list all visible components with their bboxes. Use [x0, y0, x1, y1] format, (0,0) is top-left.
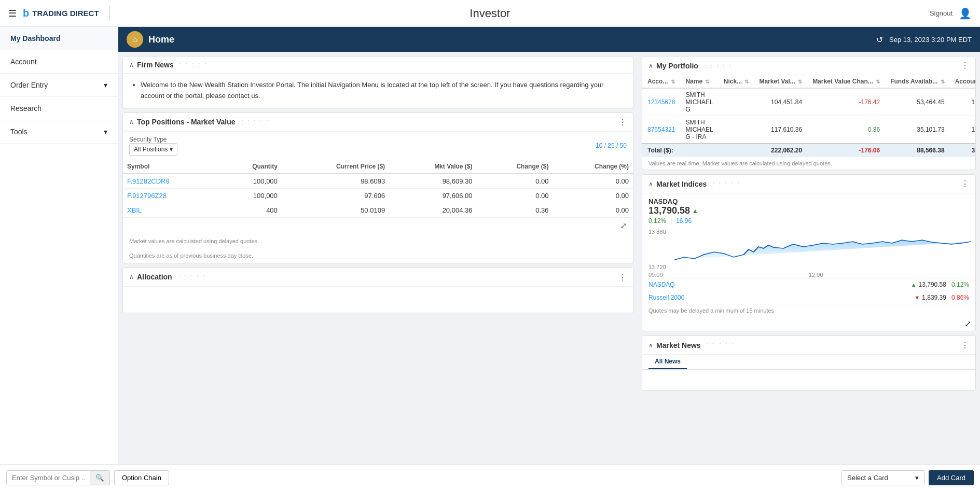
cell-nickname — [719, 88, 754, 116]
pagination-text[interactable]: 10 / 25 / 50 — [596, 142, 627, 149]
sidebar-item-dashboard[interactable]: My Dashboard — [0, 27, 118, 50]
indices-expand-icon[interactable]: ⤢ — [964, 319, 971, 328]
cell-change-pct: 0.00 — [553, 203, 633, 217]
index-value: 13,790.58 — [919, 281, 946, 288]
index-value: 1,839.39 — [922, 294, 946, 301]
indices-more-button[interactable]: ⋮ — [961, 179, 969, 189]
top-positions-header: ∧ Top Positions - Market Value ⋮⋮⋮⋮⋮ ⋮ — [123, 113, 633, 132]
top-positions-tbody: F.91282CDR9 100,000 98.6093 98,609.30 0.… — [123, 174, 633, 218]
col-mkt-value: Mkt Value ($) — [389, 160, 476, 174]
refresh-icon[interactable]: ↺ — [876, 35, 883, 45]
header-right: Signout 👤 — [930, 7, 972, 20]
cell-account[interactable]: 12345678 — [642, 88, 680, 116]
option-chain-button[interactable]: Option Chain — [114, 470, 169, 485]
home-icon-circle: ⌂ — [127, 31, 143, 48]
cell-symbol[interactable]: F.91282CDR9 — [123, 174, 218, 189]
index-row: NASDAQ ▲ 13,790.58 0.12% — [642, 278, 975, 291]
nasdaq-name: NASDAQ — [648, 198, 969, 205]
pcol-account: Acco... ⇅ — [642, 75, 680, 88]
allocation-title: Allocation — [137, 273, 172, 281]
right-column: ∧ My Portfolio ⋮⋮⋮⋮⋮ ⋮ Acco... ⇅ — [638, 52, 980, 491]
cell-quantity: 100,000 — [218, 174, 282, 189]
bottom-bar: 🔍 Option Chain Select a Card ▾ Add Card — [0, 464, 980, 491]
cell-mkt-value: 97,606.00 — [389, 188, 476, 203]
pagination-links[interactable]: 10 / 25 / 50 — [596, 142, 627, 149]
news-collapse-icon[interactable]: ∧ — [648, 342, 653, 349]
search-button[interactable]: 🔍 — [90, 471, 109, 485]
add-card-button[interactable]: Add Card — [929, 470, 974, 485]
index-row: Russell 2000 ▼ 1,839.39 0.86% — [642, 291, 975, 304]
portfolio-table-wrap: Acco... ⇅ Name ⇅ Nick... ⇅ Market Val...… — [642, 75, 975, 157]
menu-icon[interactable]: ☰ — [8, 8, 17, 19]
cell-change-dollar: 0.36 — [476, 203, 553, 217]
top-header: ☰ b TRADING DIRECT Investor Signout 👤 — [0, 0, 980, 27]
nasdaq-change-pct: 0.12% — [648, 217, 666, 225]
expand-icon[interactable]: ⤢ — [620, 221, 627, 230]
signout-button[interactable]: Signout — [930, 9, 953, 17]
main-content: ⌂ Home ↺ Sep 13, 2023 3:20 PM EDT ∧ Firm… — [118, 27, 980, 491]
sidebar-item-account[interactable]: Account — [0, 50, 118, 74]
cell-account[interactable]: 87654321 — [642, 116, 680, 144]
top-positions-table: Symbol Quantity Current Price ($) Mkt Va… — [123, 160, 633, 218]
table-row: F.91282CDR9 100,000 98.6093 98,609.30 0.… — [123, 174, 633, 189]
news-more-button[interactable]: ⋮ — [961, 340, 969, 350]
sidebar-item-research[interactable]: Research — [0, 97, 118, 120]
index-arrow-icon: ▲ — [911, 282, 917, 288]
pcol-name: Name ⇅ — [680, 75, 718, 88]
market-news-card: ∧ Market News ⋮⋮⋮⋮⋮ ⋮ All News — [642, 335, 976, 391]
market-indices-header: ∧ Market Indices ⋮⋮⋮⋮⋮ ⋮ — [642, 175, 975, 193]
index-name[interactable]: NASDAQ — [648, 281, 911, 288]
market-news-tabs: All News — [642, 355, 975, 370]
portfolio-more-button[interactable]: ⋮ — [961, 61, 969, 71]
top-positions-collapse-icon[interactable]: ∧ — [129, 118, 134, 125]
nasdaq-change-pts: 16.96 — [676, 217, 692, 225]
cell-symbol[interactable]: XBIL — [123, 203, 218, 217]
cell-mkt-val: 117,610.36 — [754, 116, 807, 144]
top-positions-table-wrap: Symbol Quantity Current Price ($) Mkt Va… — [123, 160, 633, 218]
indices-collapse-icon[interactable]: ∧ — [648, 180, 653, 188]
sidebar-item-order-entry[interactable]: Order Entry ▾ — [0, 74, 118, 97]
firm-news-drag-handle: ⋮⋮⋮⋮⋮ — [178, 62, 209, 68]
user-icon[interactable]: 👤 — [959, 7, 972, 20]
index-change: 0.86% — [951, 294, 969, 301]
indices-expand: ⤢ — [642, 317, 975, 331]
cell-change-pct: 0.00 — [553, 188, 633, 203]
select-card-dropdown[interactable]: Select a Card ▾ — [841, 470, 924, 485]
x-label-start: 09:00 — [648, 272, 663, 278]
cell-mkt-value: 98,609.30 — [389, 174, 476, 189]
nasdaq-change: 0.12% | 16.96 — [648, 217, 969, 225]
portfolio-thead-row: Acco... ⇅ Name ⇅ Nick... ⇅ Market Val...… — [642, 75, 975, 88]
cell-quantity: 400 — [218, 203, 282, 217]
index-name[interactable]: Russell 2000 — [648, 294, 914, 301]
portfolio-note: Values are real-time. Market values are … — [642, 157, 975, 170]
select-card-arrow-icon: ▾ — [915, 474, 919, 482]
left-column: ∧ Firm News ⋮⋮⋮⋮⋮ Welcome to the New Wea… — [118, 52, 638, 491]
top-positions-more-button[interactable]: ⋮ — [618, 117, 627, 127]
firm-news-collapse-icon[interactable]: ∧ — [129, 61, 134, 68]
col-current-price: Current Price ($) — [282, 160, 389, 174]
indices-note: Quotes may be delayed a minimum of 15 mi… — [642, 304, 975, 317]
sidebar-item-tools[interactable]: Tools ▾ — [0, 120, 118, 144]
sidebar-label-dashboard: My Dashboard — [10, 34, 60, 43]
cell-nickname — [719, 116, 754, 144]
x-label-mid: 12:00 — [809, 272, 823, 278]
firm-news-content: Welcome to the New Wealth Station Invest… — [141, 80, 625, 102]
tab-all-news[interactable]: All News — [648, 355, 687, 369]
portfolio-collapse-icon[interactable]: ∧ — [648, 62, 653, 69]
chart-row: 13 880 13 720 — [642, 229, 975, 272]
pcol-market-val: Market Val... ⇅ — [754, 75, 807, 88]
cell-symbol[interactable]: F.912796Z28 — [123, 188, 218, 203]
top-positions-drag-handle: ⋮⋮⋮⋮⋮ — [240, 119, 271, 125]
total-mkt-change: -176.06 — [807, 144, 885, 157]
col-symbol: Symbol — [123, 160, 218, 174]
search-input[interactable] — [7, 471, 90, 485]
allocation-more-button[interactable]: ⋮ — [618, 272, 627, 282]
portfolio-tbody: 12345678 SMITH MICHAEL G 104,451.84 -176… — [642, 88, 975, 144]
all-positions-select[interactable]: All Positions ▾ — [129, 143, 177, 156]
logo-text: TRADING DIRECT — [32, 9, 99, 18]
table-row: 12345678 SMITH MICHAEL G 104,451.84 -176… — [642, 88, 975, 116]
datetime-display: Sep 13, 2023 3:20 PM EDT — [889, 36, 972, 44]
cell-change-dollar: 0.00 — [476, 174, 553, 189]
cell-price: 98.6093 — [282, 174, 389, 189]
allocation-collapse-icon[interactable]: ∧ — [129, 273, 134, 280]
